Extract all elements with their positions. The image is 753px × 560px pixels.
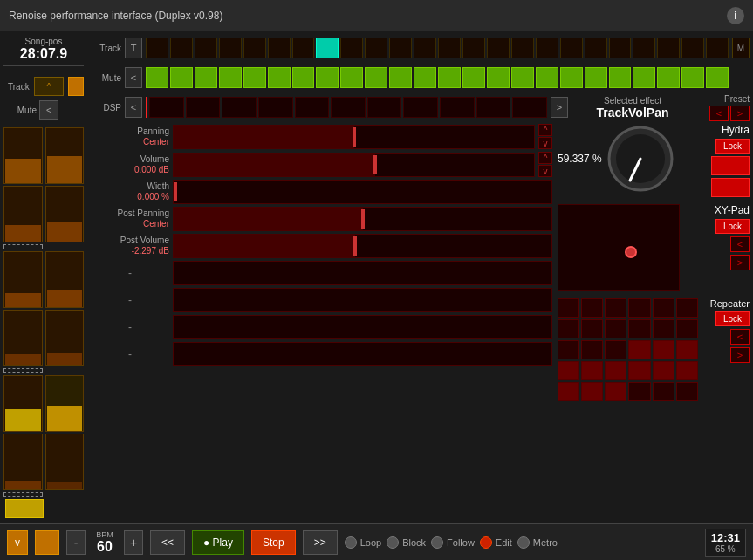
mute-cell-0[interactable] — [146, 67, 168, 88]
panning-thumb[interactable] — [353, 127, 356, 147]
repeater-nav-down[interactable]: > — [730, 347, 750, 363]
empty-slider-2[interactable] — [173, 288, 552, 312]
hydra-red-box-1[interactable] — [711, 156, 750, 175]
volume-slider[interactable] — [173, 153, 535, 177]
rep-1[interactable] — [581, 298, 603, 318]
rep-22[interactable] — [653, 361, 674, 380]
mute-cell-1[interactable] — [170, 67, 193, 88]
rep-23[interactable] — [676, 361, 698, 380]
width-slider[interactable] — [173, 180, 552, 204]
volume-dn-btn[interactable]: v — [538, 165, 552, 177]
rep-10[interactable] — [653, 319, 674, 338]
dsp-cell-6[interactable] — [331, 97, 366, 118]
track-cell-17[interactable] — [560, 38, 583, 58]
track-cell-7[interactable] — [316, 38, 339, 58]
track-nav-left[interactable]: T — [125, 38, 142, 58]
panning-up-btn[interactable]: ^ — [538, 124, 552, 136]
rep-29[interactable] — [676, 382, 698, 401]
rep-11[interactable] — [676, 319, 698, 338]
rep-3[interactable] — [628, 298, 650, 318]
rep-16[interactable] — [653, 340, 674, 359]
vert-slider-r2[interactable] — [45, 186, 85, 242]
track-m-button[interactable]: M — [732, 38, 750, 58]
rep-9[interactable] — [628, 319, 650, 338]
empty-slider-1[interactable] — [173, 261, 552, 285]
rep-26[interactable] — [605, 382, 626, 401]
rep-14[interactable] — [605, 340, 626, 359]
xy-lock-button[interactable]: Lock — [715, 219, 750, 234]
rep-13[interactable] — [581, 340, 603, 359]
track-cell-6[interactable] — [292, 38, 315, 58]
vert-slider-r3[interactable] — [45, 251, 85, 308]
block-toggle[interactable]: Block — [387, 536, 426, 549]
vert-slider-6[interactable] — [3, 434, 43, 490]
rep-24[interactable] — [558, 382, 579, 401]
up-arrow-button[interactable]: ^ — [34, 77, 65, 96]
info-button[interactable]: i — [727, 7, 744, 24]
mute-cell-22[interactable] — [681, 67, 704, 88]
mute-cell-17[interactable] — [560, 67, 583, 88]
vert-slider-r5[interactable] — [45, 375, 85, 432]
bpm-minus-button[interactable]: - — [66, 530, 86, 555]
mute-cell-14[interactable] — [487, 67, 510, 88]
rep-6[interactable] — [558, 319, 579, 338]
mute-cell-6[interactable] — [292, 67, 315, 88]
dsp-cell-7[interactable] — [367, 97, 402, 118]
mute-cell-21[interactable] — [657, 67, 680, 88]
mute-cell-9[interactable] — [365, 67, 387, 88]
vert-slider-5[interactable] — [3, 375, 43, 432]
xy-nav-down[interactable]: > — [730, 255, 750, 270]
rep-15[interactable] — [628, 340, 650, 359]
track-cell-12[interactable] — [438, 38, 461, 58]
track-cell-8[interactable] — [340, 38, 363, 58]
rep-21[interactable] — [628, 361, 650, 380]
v-button[interactable]: v — [7, 530, 28, 555]
mute-cell-16[interactable] — [536, 67, 558, 88]
rep-2[interactable] — [605, 298, 626, 318]
dsp-cell-5[interactable] — [295, 97, 330, 118]
metro-toggle[interactable]: Metro — [517, 536, 558, 549]
track-cell-20[interactable] — [633, 38, 655, 58]
dsp-cell-0[interactable] — [146, 97, 147, 118]
rep-27[interactable] — [628, 382, 650, 401]
vert-slider-r4[interactable] — [45, 310, 85, 366]
dsp-cell-1[interactable] — [149, 97, 184, 118]
knob-svg[interactable] — [606, 124, 675, 194]
mute-cell-23[interactable] — [706, 67, 729, 88]
rewind-button[interactable]: << — [150, 530, 185, 555]
mute-cell-2[interactable] — [195, 67, 217, 88]
stop-button[interactable]: Stop — [251, 530, 296, 555]
rep-12[interactable] — [558, 340, 579, 359]
bottom-orange-square[interactable] — [35, 530, 59, 555]
vert-slider-1[interactable] — [3, 127, 43, 184]
empty-slider-3[interactable] — [173, 315, 552, 339]
rep-28[interactable] — [653, 382, 674, 401]
track-cell-9[interactable] — [365, 38, 387, 58]
track-cell-16[interactable] — [536, 38, 558, 58]
dsp-cell-10[interactable] — [476, 97, 511, 118]
mute-cell-11[interactable] — [414, 67, 436, 88]
track-cell-5[interactable] — [268, 38, 291, 58]
dsp-cell-9[interactable] — [440, 97, 475, 118]
track-cell-11[interactable] — [414, 38, 436, 58]
track-cell-15[interactable] — [511, 38, 534, 58]
track-cell-14[interactable] — [487, 38, 510, 58]
track-cell-4[interactable] — [243, 38, 266, 58]
mute-cell-3[interactable] — [219, 67, 242, 88]
dsp-cell-8[interactable] — [403, 97, 438, 118]
rep-8[interactable] — [605, 319, 626, 338]
mute-cell-19[interactable] — [609, 67, 632, 88]
rep-20[interactable] — [605, 361, 626, 380]
preset-prev-btn[interactable]: < — [709, 106, 729, 121]
rep-4[interactable] — [653, 298, 674, 318]
dsp-cell-4[interactable] — [258, 97, 293, 118]
vert-slider-3[interactable] — [3, 251, 43, 308]
xy-thumb[interactable] — [625, 246, 637, 258]
post-panning-thumb[interactable] — [361, 209, 365, 229]
rep-19[interactable] — [581, 361, 603, 380]
track-cell-2[interactable] — [195, 38, 217, 58]
rep-18[interactable] — [558, 361, 579, 380]
hydra-red-box-2[interactable] — [711, 178, 750, 197]
vert-slider-r1[interactable] — [45, 127, 85, 184]
vert-slider-2[interactable] — [3, 186, 43, 242]
